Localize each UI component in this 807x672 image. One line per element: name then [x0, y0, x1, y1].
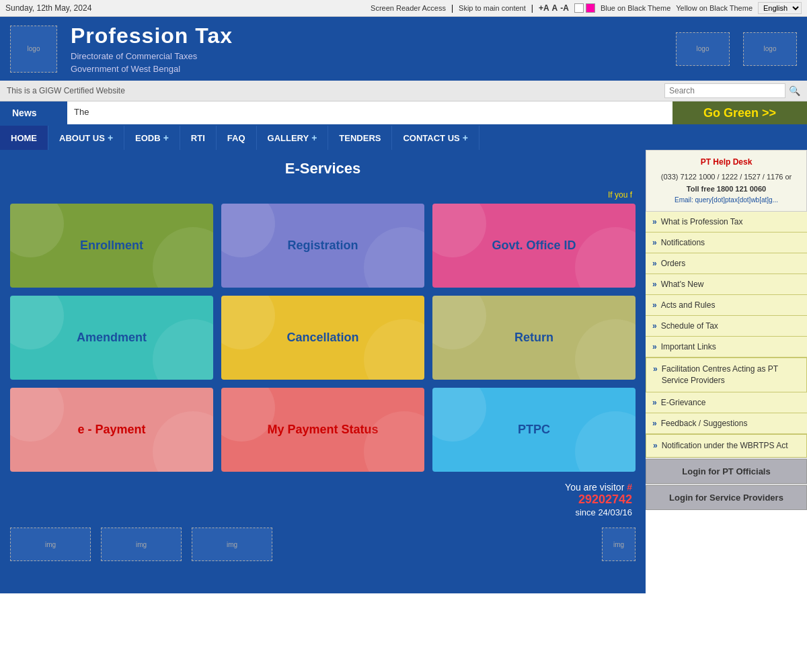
- sidebar-item-egrievance[interactable]: » E-Grievance: [646, 392, 807, 413]
- right-logo-2: logo: [743, 32, 797, 66]
- if-you-note: If you f: [10, 187, 636, 204]
- chevron-icon: »: [652, 259, 657, 268]
- skip-main-link[interactable]: Skip to main content: [459, 4, 526, 12]
- bottom-logo-3: img: [192, 528, 272, 561]
- eservices-title: E-Services: [10, 160, 636, 177]
- header-subtitle2: Government of West Bengal: [71, 64, 662, 74]
- helpdesk-title: PT Help Desk: [653, 156, 800, 169]
- sidebar-menu: » What is Profession Tax » Notifications…: [646, 212, 807, 457]
- header-subtitle1: Directorate of Commercial Taxes: [71, 51, 662, 61]
- font-size-controls: +A A -A: [539, 3, 569, 13]
- sidebar-item-whats-new[interactable]: » What's New: [646, 274, 807, 295]
- state-logo: logo: [10, 26, 57, 73]
- card-ptpc[interactable]: PTPC: [432, 388, 636, 472]
- cert-text: This is a GIGW Certified Website: [7, 86, 125, 95]
- login-pt-officials-button[interactable]: Login for PT Officials: [646, 459, 807, 484]
- chevron-icon: »: [652, 217, 657, 226]
- white-theme-box[interactable]: [574, 3, 584, 13]
- pink-theme-box[interactable]: [586, 3, 595, 13]
- card-registration[interactable]: Registration: [221, 204, 424, 288]
- chevron-icon: »: [652, 321, 657, 331]
- bottom-logos: img img img img: [10, 528, 636, 561]
- visitor-hash: #: [627, 482, 632, 493]
- sidebar-item-what-is-pt[interactable]: » What is Profession Tax: [646, 212, 807, 233]
- search-button[interactable]: 🔍: [789, 85, 800, 96]
- news-bar: News The Go Green >>: [0, 101, 807, 126]
- font-normal-btn[interactable]: A: [552, 3, 558, 13]
- sidebar-item-acts-rules[interactable]: » Acts and Rules: [646, 295, 807, 316]
- nav-gallery-plus: +: [311, 132, 317, 143]
- nav-home[interactable]: HOME: [0, 126, 48, 150]
- color-theme-boxes: [574, 3, 595, 13]
- header-title-block: Profession Tax Directorate of Commercial…: [71, 24, 662, 74]
- chevron-icon: »: [652, 300, 657, 310]
- bottom-logo-2: img: [101, 528, 182, 561]
- nav-contact-us[interactable]: CONTACT US +: [392, 126, 479, 150]
- bottom-logo-1: img: [10, 528, 91, 561]
- header-right-logos: logo logo: [676, 32, 797, 66]
- search-bar: 🔍: [664, 83, 800, 98]
- sidebar: PT Help Desk (033) 7122 1000 / 1222 / 15…: [646, 150, 807, 510]
- helpdesk-phone: (033) 7122 1000 / 1222 / 1527 / 1176 or: [653, 171, 800, 183]
- nav-gallery[interactable]: GALLERY +: [257, 126, 329, 150]
- right-logo-1: logo: [676, 32, 730, 66]
- site-title: Profession Tax: [71, 24, 662, 48]
- card-enrollment[interactable]: Enrollment: [10, 204, 213, 288]
- yellow-on-black-theme[interactable]: Yellow on Black Theme: [676, 4, 753, 12]
- chevron-icon: »: [652, 342, 657, 351]
- visitor-count: 29202742: [578, 493, 632, 506]
- font-decrease-btn[interactable]: -A: [560, 3, 569, 13]
- cert-bar: This is a GIGW Certified Website 🔍: [0, 81, 807, 101]
- font-increase-btn[interactable]: +A: [539, 3, 549, 13]
- nav-rti[interactable]: RTI: [180, 126, 217, 150]
- helpdesk-toll-free: Toll free 1800 121 0060: [653, 183, 800, 196]
- card-return[interactable]: Return: [432, 296, 636, 380]
- chevron-icon: »: [653, 364, 658, 375]
- login-service-providers-button[interactable]: Login for Service Providers: [646, 485, 807, 510]
- nav-eodb[interactable]: EODB +: [124, 126, 180, 150]
- chevron-icon: »: [652, 419, 657, 428]
- go-green-banner[interactable]: Go Green >>: [672, 101, 807, 124]
- card-cancellation[interactable]: Cancellation: [221, 296, 424, 380]
- card-payment-status[interactable]: My Payment Status: [221, 388, 424, 472]
- sidebar-item-facilitation[interactable]: » Facilitation Centres Acting as PT Serv…: [646, 358, 807, 392]
- visitor-label: You are visitor: [565, 482, 624, 493]
- main-content: E-Services If you f Enrollment Registrat…: [0, 150, 646, 593]
- news-label: News: [0, 101, 67, 124]
- helpdesk-email: Email: query[dot]ptax[dot]wb[at]g...: [653, 195, 800, 206]
- nav-faq[interactable]: FAQ: [217, 126, 257, 150]
- pt-helpdesk: PT Help Desk (033) 7122 1000 / 1222 / 15…: [646, 150, 807, 212]
- news-content: The: [67, 101, 672, 124]
- sidebar-item-wbrtps[interactable]: » Notification under the WBRTPS Act: [646, 434, 807, 458]
- top-bar: Sunday, 12th May, 2024 Screen Reader Acc…: [0, 0, 807, 17]
- sidebar-item-schedule-tax[interactable]: » Schedule of Tax: [646, 316, 807, 337]
- screen-reader-link[interactable]: Screen Reader Access: [371, 4, 446, 12]
- blue-on-black-theme[interactable]: Blue on Black Theme: [601, 4, 670, 12]
- nav-eodb-plus: +: [163, 132, 169, 143]
- date-label: Sunday, 12th May, 2024: [5, 3, 91, 13]
- main-layout: E-Services If you f Enrollment Registrat…: [0, 150, 807, 593]
- top-bar-right: Screen Reader Access | Skip to main cont…: [371, 2, 802, 14]
- sidebar-item-notifications[interactable]: » Notifications: [646, 233, 807, 253]
- card-amendment[interactable]: Amendment: [10, 296, 213, 380]
- nav-about-us-plus: +: [108, 132, 113, 143]
- nav-about-us[interactable]: ABOUT US +: [48, 126, 124, 150]
- chevron-icon: »: [652, 280, 657, 289]
- language-select[interactable]: English: [758, 2, 802, 14]
- sidebar-item-orders[interactable]: » Orders: [646, 253, 807, 274]
- search-input[interactable]: [664, 83, 785, 98]
- visitor-section: You are visitor # 29202742 since 24/03/1…: [10, 482, 636, 517]
- chevron-icon: »: [653, 440, 658, 452]
- card-epayment[interactable]: e - Payment: [10, 388, 213, 472]
- header: logo Profession Tax Directorate of Comme…: [0, 17, 807, 81]
- services-grid: Enrollment Registration Govt. Office ID …: [10, 204, 636, 472]
- nav-tenders[interactable]: TENDERS: [328, 126, 392, 150]
- card-govt-office-id[interactable]: Govt. Office ID: [432, 204, 636, 288]
- bottom-logo-4: img: [602, 528, 636, 561]
- nav-contact-us-plus: +: [463, 132, 468, 143]
- navbar: HOME ABOUT US + EODB + RTI FAQ GALLERY +…: [0, 126, 807, 150]
- chevron-icon: »: [652, 238, 657, 247]
- sidebar-item-feedback[interactable]: » Feedback / Suggestions: [646, 413, 807, 434]
- chevron-icon: »: [652, 398, 657, 407]
- sidebar-item-important-links[interactable]: » Important Links: [646, 337, 807, 358]
